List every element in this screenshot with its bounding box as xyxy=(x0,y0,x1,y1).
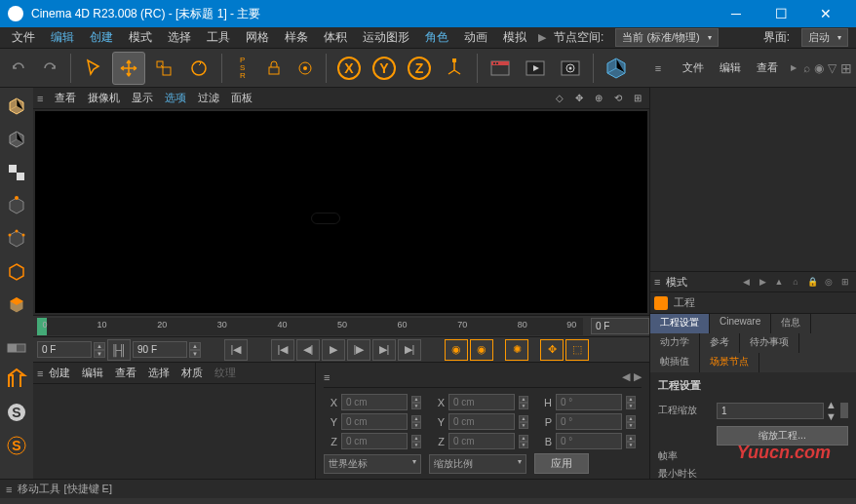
start-frame-field[interactable]: 0 F xyxy=(37,341,92,358)
spinner-up-icon[interactable]: ▲ xyxy=(189,342,201,350)
eye-icon[interactable]: ◉ xyxy=(814,61,824,75)
prev-key-button[interactable]: |◀ xyxy=(271,339,294,361)
target-icon[interactable]: ◎ xyxy=(822,275,836,289)
home-icon[interactable]: ⌂ xyxy=(789,275,802,289)
prev-frame-button[interactable]: ◀| xyxy=(296,339,320,361)
vp-rotate-icon[interactable]: ⟲ xyxy=(610,91,626,106)
filter-icon[interactable]: ▽ xyxy=(828,61,837,75)
spinner-up-icon[interactable]: ▲ xyxy=(411,435,421,442)
pos-key-button[interactable]: ✥ xyxy=(540,339,564,361)
size-x-field[interactable]: 0 cm xyxy=(448,394,515,410)
spinner-down-icon[interactable]: ▼ xyxy=(411,442,421,448)
scale-mode-dropdown[interactable]: 缩放比例▾ xyxy=(429,454,526,474)
spinner-up-icon[interactable]: ▲ xyxy=(519,396,528,403)
render-view-button[interactable] xyxy=(484,52,517,85)
scale-field[interactable]: 1 xyxy=(717,403,824,419)
coord-system-button[interactable] xyxy=(438,52,471,85)
maximize-button[interactable]: ☐ xyxy=(759,0,803,27)
tab-scene-nodes[interactable]: 场景节点 xyxy=(700,353,759,372)
menu-spline[interactable]: 样条 xyxy=(277,29,316,46)
vp-filter[interactable]: 过滤 xyxy=(192,91,225,105)
menu-icon[interactable]: ≡ xyxy=(37,93,43,104)
current-frame-field[interactable]: 0 F xyxy=(591,318,649,334)
texture-mode-button[interactable] xyxy=(2,158,31,187)
vp-options[interactable]: 选项 xyxy=(159,91,192,105)
mat-create[interactable]: 创建 xyxy=(43,366,76,380)
lock-icon[interactable]: 🔒 xyxy=(805,275,819,289)
menu-select[interactable]: 选择 xyxy=(160,29,199,46)
pos-x-field[interactable]: 0 cm xyxy=(341,394,408,410)
spinner-down-icon[interactable]: ▼ xyxy=(411,403,421,409)
mat-edit[interactable]: 编辑 xyxy=(76,366,109,380)
axis-x-button[interactable]: X xyxy=(332,52,366,85)
pos-y-field[interactable]: 0 cm xyxy=(341,413,408,430)
unlock-button[interactable] xyxy=(291,54,320,83)
render-pv-button[interactable] xyxy=(519,52,552,85)
size-z-field[interactable]: 0 cm xyxy=(448,433,515,449)
next-frame-button[interactable]: |▶ xyxy=(347,339,370,361)
objmgr-view[interactable]: 查看 xyxy=(751,60,784,75)
objmgr-edit[interactable]: 编辑 xyxy=(714,60,747,75)
vp-panel[interactable]: 面板 xyxy=(225,91,258,105)
tab-todo[interactable]: 待办事项 xyxy=(740,333,799,353)
menu-character[interactable]: 角色 xyxy=(417,29,456,46)
vp-display[interactable]: 显示 xyxy=(126,91,159,105)
nav-up-icon[interactable]: ▲ xyxy=(772,275,786,289)
spinner-down-icon[interactable]: ▼ xyxy=(411,422,421,429)
mat-select[interactable]: 选择 xyxy=(142,366,175,380)
spinner-down-icon[interactable]: ▼ xyxy=(94,350,105,358)
goto-end-button[interactable]: ▶| xyxy=(398,339,421,361)
axis-z-button[interactable]: Z xyxy=(403,52,436,85)
point-mode-button[interactable] xyxy=(2,224,31,253)
autokey-button[interactable]: ◉ xyxy=(470,339,493,361)
redo-button[interactable] xyxy=(35,54,64,83)
menu-mesh[interactable]: 网格 xyxy=(238,29,277,46)
select-tool[interactable] xyxy=(77,52,110,85)
record-button[interactable]: ◉ xyxy=(445,339,468,361)
apply-button[interactable]: 应用 xyxy=(534,453,589,474)
spinner-up-icon[interactable]: ▲ xyxy=(826,399,837,410)
workplane-mode-button[interactable] xyxy=(2,191,31,220)
scale-key-button[interactable]: ⬚ xyxy=(565,339,589,361)
make-editable-button[interactable] xyxy=(2,92,31,121)
menu-animate[interactable]: 动画 xyxy=(456,29,495,46)
viewport-solo-button[interactable] xyxy=(2,365,31,394)
scrollbar[interactable] xyxy=(840,403,848,418)
objmgr-file[interactable]: 文件 xyxy=(677,60,710,75)
menu-create[interactable]: 创建 xyxy=(82,29,121,46)
rot-p-field[interactable]: 0 ° xyxy=(556,413,622,430)
object-manager-tree[interactable] xyxy=(650,88,856,271)
rot-h-field[interactable]: 0 ° xyxy=(556,394,622,410)
mat-view[interactable]: 查看 xyxy=(109,366,142,380)
mat-texture[interactable]: 纹理 xyxy=(209,366,242,380)
menu-simulate[interactable]: 模拟 xyxy=(495,29,534,46)
close-button[interactable]: ✕ xyxy=(803,0,848,27)
spinner-up-icon[interactable]: ▲ xyxy=(411,396,421,403)
vp-view[interactable]: 查看 xyxy=(49,91,82,105)
nodespace-dropdown[interactable]: 当前 (标准/物理) ▾ xyxy=(615,28,718,47)
new-icon[interactable]: ⊞ xyxy=(838,275,852,289)
keyframe-sel-button[interactable]: ✺ xyxy=(505,339,528,361)
edge-mode-button[interactable] xyxy=(2,257,31,287)
vp-zoom-icon[interactable]: ⊕ xyxy=(591,91,606,106)
spinner-up-icon[interactable]: ▲ xyxy=(519,415,528,422)
next-key-button[interactable]: ▶| xyxy=(372,339,396,361)
spinner-down-icon[interactable]: ▼ xyxy=(626,403,636,409)
attr-mode[interactable]: 模式 xyxy=(660,275,693,290)
menu-file[interactable]: 文件 xyxy=(4,29,43,46)
mat-material[interactable]: 材质 xyxy=(175,366,209,380)
size-y-field[interactable]: 0 cm xyxy=(448,413,515,430)
tab-reference[interactable]: 参考 xyxy=(700,333,740,353)
spinner-up-icon[interactable]: ▲ xyxy=(626,396,636,403)
spinner-down-icon[interactable]: ▼ xyxy=(519,422,528,429)
menu-icon[interactable]: ≡ xyxy=(324,371,330,383)
vp-pan-icon[interactable]: ✥ xyxy=(571,91,587,106)
add-cube-button[interactable] xyxy=(600,52,633,85)
undo-button[interactable] xyxy=(4,54,33,83)
spinner-up-icon[interactable]: ▲ xyxy=(519,435,528,442)
spinner-up-icon[interactable]: ▲ xyxy=(626,435,636,442)
psr-button[interactable]: PSR xyxy=(228,54,257,83)
spinner-up-icon[interactable]: ▲ xyxy=(411,415,421,422)
snap-settings-button[interactable]: S xyxy=(2,431,31,460)
scale-tool[interactable] xyxy=(147,52,180,85)
